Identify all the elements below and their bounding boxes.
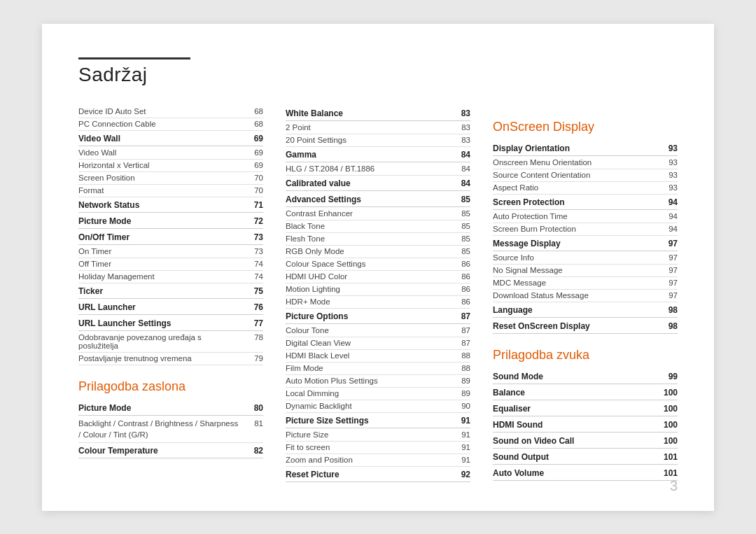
toc-section-header: Advanced Settings85 bbox=[286, 192, 470, 207]
toc-item: Flesh Tone85 bbox=[286, 233, 470, 246]
toc-item: Colour Tone87 bbox=[286, 325, 470, 337]
column-1: Device ID Auto Set68PC Connection Cable6… bbox=[78, 106, 263, 483]
toc-item: Motion Lighting86 bbox=[286, 283, 470, 296]
toc-section-header: Message Display97 bbox=[493, 236, 678, 251]
toc-section-header: Reset OnScreen Display98 bbox=[493, 318, 678, 334]
toc-item: Onscreen Menu Orientation93 bbox=[493, 157, 678, 169]
section-title: OnScreen Display bbox=[493, 117, 678, 136]
toc-section-header: Colour Temperature82 bbox=[78, 443, 263, 458]
toc-item: No Signal Message97 bbox=[493, 265, 678, 277]
toc-item: HLG / ST.2084 / BT.188684 bbox=[286, 163, 470, 176]
toc-item: Dynamic Backlight90 bbox=[286, 400, 470, 413]
toc-item: HDMI Black Level88 bbox=[286, 350, 470, 363]
toc-item: Film Mode88 bbox=[286, 363, 470, 375]
toc-item: Fit to screen91 bbox=[286, 442, 470, 454]
toc-item: Backlight / Contrast / Brightness / Shar… bbox=[78, 416, 263, 443]
toc-section-header: Picture Mode72 bbox=[78, 213, 263, 229]
toc-item: Device ID Auto Set68 bbox=[78, 106, 263, 118]
toc-section-header: Calibrated value84 bbox=[286, 176, 470, 191]
toc-item: MDC Message97 bbox=[493, 277, 678, 290]
toc-item: Holiday Management74 bbox=[78, 271, 263, 283]
toc-item: Aspect Ratio93 bbox=[493, 182, 678, 195]
toc-item: HDR+ Mode86 bbox=[286, 296, 470, 309]
toc-section-header: Reset Picture92 bbox=[286, 467, 470, 482]
toc-item: Screen Position70 bbox=[78, 172, 263, 185]
toc-section-header: HDMI Sound100 bbox=[493, 417, 678, 433]
toc-item: Zoom and Position91 bbox=[286, 454, 470, 467]
toc-item: Contrast Enhancer85 bbox=[286, 208, 470, 220]
toc-item: On Timer73 bbox=[78, 246, 263, 258]
toc-section-header: On/Off Timer73 bbox=[78, 230, 263, 245]
page: Sadržaj Device ID Auto Set68PC Connectio… bbox=[42, 24, 714, 511]
toc-item: Auto Protection Time94 bbox=[493, 211, 678, 223]
toc-section-header: Video Wall69 bbox=[78, 131, 263, 146]
page-title: Sadržaj bbox=[78, 64, 678, 86]
toc-item: Screen Burn Protection94 bbox=[493, 223, 678, 236]
toc-section-header: Picture Size Settings91 bbox=[286, 413, 470, 428]
toc-section-header: URL Launcher76 bbox=[78, 300, 263, 315]
toc-item: Postavljanje trenutnog vremena79 bbox=[78, 353, 263, 365]
toc-section-header: Ticker75 bbox=[78, 283, 263, 299]
toc-section-header: Picture Options87 bbox=[286, 309, 470, 324]
toc-section-header: Language98 bbox=[493, 302, 678, 318]
toc-section-header: Display Orientation93 bbox=[493, 141, 678, 156]
toc-item: Odobravanje povezanog uređaja s poslužit… bbox=[78, 332, 263, 353]
column-3: OnScreen DisplayDisplay Orientation93Ons… bbox=[493, 106, 678, 483]
toc-section-header: Screen Protection94 bbox=[493, 195, 678, 210]
toc-section-header: Sound Output101 bbox=[493, 449, 678, 465]
section-title: Prilagodba zvuka bbox=[493, 345, 678, 365]
toc-section-header: Balance100 bbox=[493, 385, 678, 400]
toc-section-header: White Balance83 bbox=[286, 106, 470, 121]
toc-section-header: URL Launcher Settings77 bbox=[78, 316, 263, 331]
toc-item: 2 Point83 bbox=[286, 122, 470, 134]
toc-section-header: Network Status71 bbox=[78, 197, 263, 213]
toc-section-header: Sound on Video Call100 bbox=[493, 433, 678, 449]
section-title: Prilagodba zaslona bbox=[78, 377, 263, 396]
toc-section-header: Sound Mode99 bbox=[493, 369, 678, 384]
toc-section-header: Equaliser100 bbox=[493, 401, 678, 416]
toc-item: PC Connection Cable68 bbox=[78, 118, 263, 131]
toc-item: Auto Motion Plus Settings89 bbox=[286, 375, 470, 388]
toc-item: RGB Only Mode85 bbox=[286, 246, 470, 258]
toc-item: Black Tone85 bbox=[286, 220, 470, 233]
title-bar bbox=[78, 57, 190, 59]
toc-item: Source Content Orientation93 bbox=[493, 169, 678, 182]
toc-item: Off Timer74 bbox=[78, 258, 263, 271]
toc-item: Format70 bbox=[78, 185, 263, 197]
toc-item: Colour Space Settings86 bbox=[286, 258, 470, 271]
toc-item: HDMI UHD Color86 bbox=[286, 271, 470, 283]
toc-item: Local Dimming89 bbox=[286, 388, 470, 400]
toc-item: Picture Size91 bbox=[286, 429, 470, 442]
toc-columns: Device ID Auto Set68PC Connection Cable6… bbox=[78, 106, 678, 483]
toc-item: Video Wall69 bbox=[78, 147, 263, 160]
page-number: 3 bbox=[670, 478, 678, 494]
toc-section-header: Auto Volume101 bbox=[493, 465, 678, 481]
column-2: White Balance832 Point8320 Point Setting… bbox=[286, 106, 470, 483]
toc-item: Horizontal x Vertical69 bbox=[78, 160, 263, 172]
toc-item: Source Info97 bbox=[493, 252, 678, 265]
toc-item: Digital Clean View87 bbox=[286, 337, 470, 350]
toc-section-header: Gamma84 bbox=[286, 147, 470, 162]
toc-item: 20 Point Settings83 bbox=[286, 134, 470, 147]
toc-item: Download Status Message97 bbox=[493, 290, 678, 302]
toc-section-header: Picture Mode80 bbox=[78, 400, 263, 416]
